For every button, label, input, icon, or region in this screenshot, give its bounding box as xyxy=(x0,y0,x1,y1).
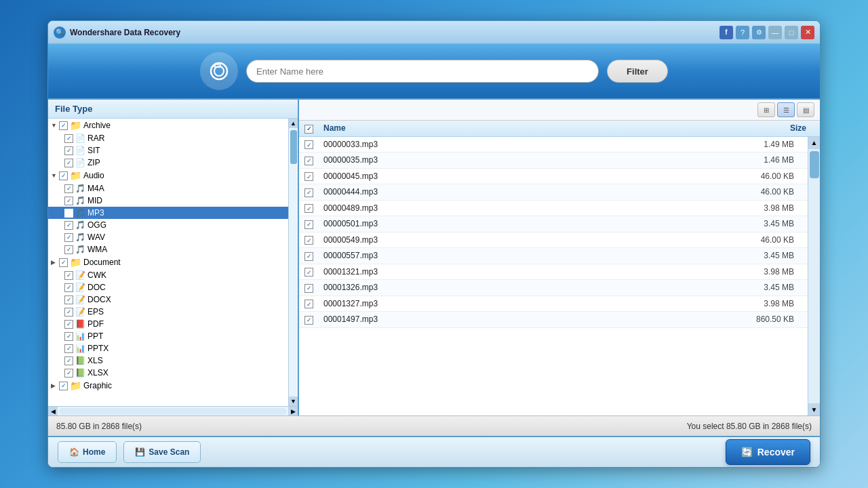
tree-item-graphic[interactable]: ▶ 📁 Graphic xyxy=(48,379,288,392)
save-scan-button[interactable]: 💾 Save Scan xyxy=(123,441,201,463)
file-checkbox-8[interactable] xyxy=(304,268,313,277)
tree-item-wma[interactable]: 🎵 WMA xyxy=(48,243,288,256)
tree-item-eps[interactable]: 📝 EPS xyxy=(48,306,288,318)
left-scroll-up[interactable]: ▲ xyxy=(289,119,298,128)
main-window: 🔍 Wondershare Data Recovery f ? ⚙ — □ ✕ … xyxy=(47,20,821,468)
file-name-10: 00001327.mp3 xyxy=(323,299,721,308)
tree-item-ppt[interactable]: 📊 PPT xyxy=(48,330,288,342)
file-row[interactable]: 00001321.mp3 3.98 MB xyxy=(299,264,808,281)
tree-item-ogg[interactable]: 🎵 OGG xyxy=(48,219,288,231)
ppt-checkbox[interactable] xyxy=(64,332,73,341)
archive-expand-icon[interactable]: ▼ xyxy=(51,122,58,129)
document-expand-icon[interactable]: ▶ xyxy=(51,259,58,266)
maximize-button[interactable]: □ xyxy=(785,26,798,39)
file-row[interactable]: 00000035.mp3 1.46 MB xyxy=(299,152,808,169)
settings-icon[interactable]: ⚙ xyxy=(752,26,766,39)
mp3-checkbox[interactable] xyxy=(64,209,73,218)
left-scroll-thumb[interactable] xyxy=(290,130,297,164)
grid-view-button[interactable]: ⊞ xyxy=(757,102,775,117)
right-scroll-up[interactable]: ▲ xyxy=(808,137,821,149)
filter-button[interactable]: Filter xyxy=(607,60,668,83)
audio-expand-icon[interactable]: ▼ xyxy=(51,172,58,179)
tree-item-doc[interactable]: 📝 DOC xyxy=(48,281,288,293)
file-checkbox-5[interactable] xyxy=(304,220,313,229)
tree-item-document[interactable]: ▶ 📁 Document xyxy=(48,256,288,269)
file-checkbox-9[interactable] xyxy=(304,284,313,293)
wma-checkbox[interactable] xyxy=(64,245,73,254)
doc-checkbox[interactable] xyxy=(64,283,73,292)
audio-checkbox[interactable] xyxy=(59,171,68,180)
tree-item-sit[interactable]: 📄 SIT xyxy=(48,144,288,157)
close-button[interactable]: ✕ xyxy=(801,26,814,39)
tree-item-mid[interactable]: 🎵 MID xyxy=(48,195,288,207)
tree-item-xls[interactable]: 📗 XLS xyxy=(48,354,288,367)
zip-checkbox[interactable] xyxy=(64,159,73,167)
tree-item-rar[interactable]: 📄 RAR xyxy=(48,132,288,144)
file-checkbox-1[interactable] xyxy=(304,157,313,165)
help-icon[interactable]: ? xyxy=(736,26,749,39)
file-checkbox-10[interactable] xyxy=(304,300,313,308)
file-checkbox-7[interactable] xyxy=(304,252,313,261)
ogg-checkbox[interactable] xyxy=(64,221,73,230)
file-size-1: 1.46 MB xyxy=(721,155,802,165)
tree-item-docx[interactable]: 📝 DOCX xyxy=(48,293,288,306)
sit-checkbox[interactable] xyxy=(64,146,73,155)
xls-checkbox[interactable] xyxy=(64,357,73,365)
recover-button[interactable]: 🔄 Recover xyxy=(726,439,810,465)
file-checkbox-4[interactable] xyxy=(304,204,313,213)
tree-item-xlsx[interactable]: 📗 XLSX xyxy=(48,367,288,379)
graphic-checkbox[interactable] xyxy=(59,382,68,390)
left-scroll-left[interactable]: ◀ xyxy=(48,407,58,416)
file-row[interactable]: 00001497.mp3 860.50 KB xyxy=(299,312,808,328)
eps-checkbox[interactable] xyxy=(64,308,73,317)
graphic-expand-icon[interactable]: ▶ xyxy=(51,382,58,389)
mid-checkbox[interactable] xyxy=(64,197,73,205)
file-row[interactable]: 00001326.mp3 3.45 MB xyxy=(299,280,808,296)
header-checkbox[interactable] xyxy=(304,125,313,134)
tree-item-wav[interactable]: 🎵 WAV xyxy=(48,231,288,243)
file-row[interactable]: 00000444.mp3 46.00 KB xyxy=(299,184,808,201)
tree-item-zip[interactable]: 📄 ZIP xyxy=(48,157,288,169)
m4a-checkbox[interactable] xyxy=(64,184,73,193)
list-view-button[interactable]: ☰ xyxy=(777,102,795,117)
file-checkbox-6[interactable] xyxy=(304,236,313,245)
file-checkbox-11[interactable] xyxy=(304,316,313,325)
file-checkbox-3[interactable] xyxy=(304,188,313,197)
tree-item-m4a[interactable]: 🎵 M4A xyxy=(48,182,288,195)
file-row[interactable]: 00000489.mp3 3.98 MB xyxy=(299,201,808,217)
facebook-icon[interactable]: f xyxy=(719,26,733,39)
file-row[interactable]: 00000033.mp3 1.49 MB xyxy=(299,137,808,153)
document-checkbox[interactable] xyxy=(59,258,68,267)
right-scroll-thumb[interactable] xyxy=(810,151,819,178)
docx-checkbox[interactable] xyxy=(64,296,73,304)
tree-item-archive[interactable]: ▼ 📁 Archive xyxy=(48,119,288,132)
tree-item-pptx[interactable]: 📊 PPTX xyxy=(48,342,288,354)
file-row[interactable]: 00000501.mp3 3.45 MB xyxy=(299,216,808,232)
pptx-checkbox[interactable] xyxy=(64,344,73,353)
right-scroll-down[interactable]: ▼ xyxy=(808,403,821,415)
left-scroll-down[interactable]: ▼ xyxy=(289,396,298,406)
minimize-button[interactable]: — xyxy=(768,26,782,39)
left-scroll-right[interactable]: ▶ xyxy=(288,407,298,416)
tree-item-mp3[interactable]: 🎵 MP3 xyxy=(48,207,288,219)
file-row[interactable]: 00001327.mp3 3.98 MB xyxy=(299,296,808,312)
detail-view-button[interactable]: ▤ xyxy=(797,102,814,117)
tree-item-pdf[interactable]: 📕 PDF xyxy=(48,318,288,330)
rar-checkbox[interactable] xyxy=(64,134,73,143)
wav-checkbox[interactable] xyxy=(64,233,73,242)
file-row[interactable]: 00000549.mp3 46.00 KB xyxy=(299,232,808,249)
archive-checkbox[interactable] xyxy=(59,121,68,130)
tree-item-audio[interactable]: ▼ 📁 Audio xyxy=(48,169,288,182)
tree-item-cwk[interactable]: 📝 CWK xyxy=(48,269,288,281)
file-row[interactable]: 00000557.mp3 3.45 MB xyxy=(299,248,808,264)
cwk-checkbox[interactable] xyxy=(64,271,73,280)
pdf-checkbox[interactable] xyxy=(64,320,73,329)
file-checkbox-2[interactable] xyxy=(304,172,313,181)
app-title: Wondershare Data Recovery xyxy=(70,28,180,37)
header-toolbar: Filter xyxy=(48,44,820,98)
file-checkbox-0[interactable] xyxy=(304,140,313,149)
search-input[interactable] xyxy=(246,60,599,83)
xlsx-checkbox[interactable] xyxy=(64,369,73,378)
file-row[interactable]: 00000045.mp3 46.00 KB xyxy=(299,169,808,185)
home-button[interactable]: 🏠 Home xyxy=(58,441,117,463)
